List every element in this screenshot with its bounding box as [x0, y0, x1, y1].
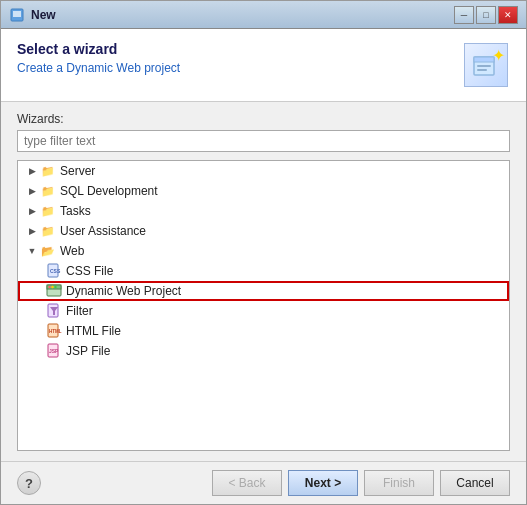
dialog-footer: ? < Back Next > Finish Cancel [1, 461, 526, 504]
file-css-icon: CSS [46, 263, 62, 279]
tree-item-css-file[interactable]: CSS CSS File [18, 261, 509, 281]
expand-sql-toggle[interactable]: ▶ [26, 185, 38, 197]
tree-item-sql[interactable]: ▶ 📁 SQL Development [18, 181, 509, 201]
wizards-label: Wizards: [17, 112, 510, 126]
folder-server-icon: 📁 [40, 163, 56, 179]
folder-sql-icon: 📁 [40, 183, 56, 199]
dialog-subtitle: Create a Dynamic Web project [17, 61, 180, 75]
svg-point-10 [48, 286, 50, 288]
file-jsp-icon: JSP [46, 343, 62, 359]
tree-item-web-label: Web [60, 244, 84, 258]
svg-rect-5 [477, 69, 487, 71]
help-button[interactable]: ? [17, 471, 41, 495]
window-controls: ─ □ ✕ [454, 6, 518, 24]
tree-item-jsp-file[interactable]: JSP JSP File [18, 341, 509, 361]
expand-server-toggle[interactable]: ▶ [26, 165, 38, 177]
content-area: Wizards: ▶ 📁 Server ▶ 📁 SQL Development … [1, 102, 526, 461]
new-wizard-window: New ─ □ ✕ Select a wizard Create a Dynam… [0, 0, 527, 505]
svg-rect-1 [13, 11, 21, 17]
folder-web-icon: 📂 [40, 243, 56, 259]
svg-point-12 [54, 286, 56, 288]
svg-point-11 [51, 286, 53, 288]
svg-rect-3 [474, 57, 494, 62]
tree-item-sql-label: SQL Development [60, 184, 158, 198]
tree-item-server-label: Server [60, 164, 95, 178]
title-bar: New ─ □ ✕ [1, 1, 526, 29]
window-icon [9, 7, 25, 23]
tree-item-user-assistance[interactable]: ▶ 📁 User Assistance [18, 221, 509, 241]
folder-user-assistance-icon: 📁 [40, 223, 56, 239]
expand-web-toggle[interactable]: ▼ [26, 245, 38, 257]
svg-rect-4 [477, 65, 491, 67]
tree-item-web[interactable]: ▼ 📂 Web [18, 241, 509, 261]
next-button[interactable]: Next > [288, 470, 358, 496]
wizard-graphic-icon [464, 43, 508, 87]
expand-tasks-toggle[interactable]: ▶ [26, 205, 38, 217]
tree-item-filter-label: Filter [66, 304, 93, 318]
wizard-icon-container [462, 41, 510, 89]
action-buttons: < Back Next > Finish Cancel [212, 470, 510, 496]
tree-item-filter[interactable]: Filter [18, 301, 509, 321]
close-button[interactable]: ✕ [498, 6, 518, 24]
tree-item-tasks-label: Tasks [60, 204, 91, 218]
expand-user-assistance-toggle[interactable]: ▶ [26, 225, 38, 237]
header-text: Select a wizard Create a Dynamic Web pro… [17, 41, 180, 75]
tree-item-dynamic-web-project[interactable]: Dynamic Web Project [18, 281, 509, 301]
tree-item-jsp-label: JSP File [66, 344, 110, 358]
filter-input[interactable] [17, 130, 510, 152]
cancel-button[interactable]: Cancel [440, 470, 510, 496]
dialog-header: Select a wizard Create a Dynamic Web pro… [1, 29, 526, 102]
tree-item-tasks[interactable]: ▶ 📁 Tasks [18, 201, 509, 221]
window-title: New [31, 8, 454, 22]
tree-item-css-label: CSS File [66, 264, 113, 278]
tree-item-dynamic-web-project-label: Dynamic Web Project [66, 284, 181, 298]
folder-tasks-icon: 📁 [40, 203, 56, 219]
minimize-button[interactable]: ─ [454, 6, 474, 24]
file-filter-icon [46, 303, 62, 319]
svg-text:CSS: CSS [50, 268, 61, 274]
restore-button[interactable]: □ [476, 6, 496, 24]
file-html-icon: HTML [46, 323, 62, 339]
dialog-title: Select a wizard [17, 41, 180, 57]
tree-item-user-assistance-label: User Assistance [60, 224, 146, 238]
svg-text:HTML: HTML [49, 329, 62, 334]
svg-text:JSP: JSP [49, 348, 59, 354]
back-button[interactable]: < Back [212, 470, 282, 496]
tree-item-server[interactable]: ▶ 📁 Server [18, 161, 509, 181]
finish-button[interactable]: Finish [364, 470, 434, 496]
wizard-tree[interactable]: ▶ 📁 Server ▶ 📁 SQL Development ▶ 📁 Tasks [17, 160, 510, 451]
file-web-project-icon [46, 283, 62, 299]
tree-item-html-file[interactable]: HTML HTML File [18, 321, 509, 341]
tree-item-html-label: HTML File [66, 324, 121, 338]
